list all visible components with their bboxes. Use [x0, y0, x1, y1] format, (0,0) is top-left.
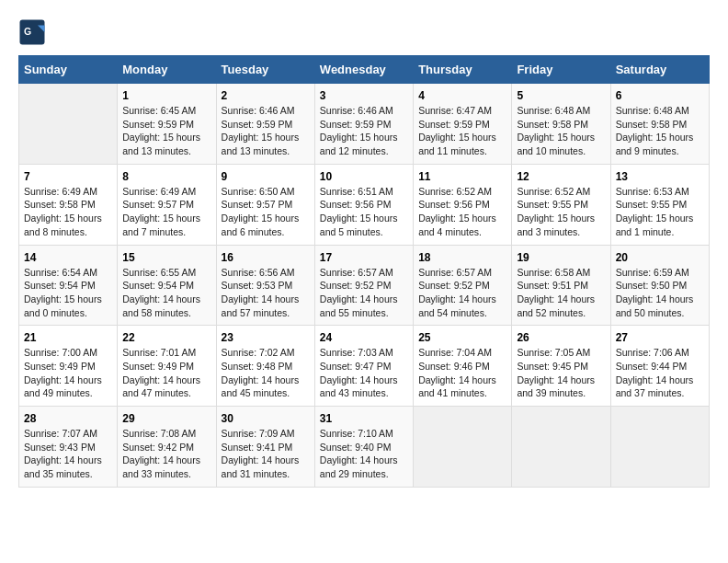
day-info: Sunrise: 6:54 AM Sunset: 9:54 PM Dayligh… [24, 266, 112, 320]
day-number: 1 [122, 89, 210, 102]
calendar-cell: 9Sunrise: 6:50 AM Sunset: 9:57 PM Daylig… [216, 164, 314, 245]
day-number: 16 [222, 251, 310, 264]
calendar-cell: 29Sunrise: 7:08 AM Sunset: 9:42 PM Dayli… [118, 407, 216, 488]
calendar-cell: 18Sunrise: 6:57 AM Sunset: 9:52 PM Dayli… [414, 245, 512, 326]
day-number: 12 [517, 170, 605, 183]
calendar-cell: 1Sunrise: 6:45 AM Sunset: 9:59 PM Daylig… [118, 84, 216, 165]
day-number: 5 [517, 89, 605, 102]
calendar-cell: 31Sunrise: 7:10 AM Sunset: 9:40 PM Dayli… [314, 407, 413, 488]
day-number: 2 [222, 89, 310, 102]
day-info: Sunrise: 7:03 AM Sunset: 9:47 PM Dayligh… [320, 346, 408, 400]
calendar-cell: 14Sunrise: 6:54 AM Sunset: 9:54 PM Dayli… [19, 245, 118, 326]
day-info: Sunrise: 6:50 AM Sunset: 9:57 PM Dayligh… [222, 185, 310, 239]
week-row-2: 7Sunrise: 6:49 AM Sunset: 9:58 PM Daylig… [19, 164, 710, 245]
calendar-cell: 20Sunrise: 6:59 AM Sunset: 9:50 PM Dayli… [610, 245, 709, 326]
calendar-table: SundayMondayTuesdayWednesdayThursdayFrid… [18, 55, 710, 488]
calendar-cell: 5Sunrise: 6:48 AM Sunset: 9:58 PM Daylig… [512, 84, 610, 165]
day-number: 29 [122, 412, 210, 425]
day-info: Sunrise: 7:05 AM Sunset: 9:45 PM Dayligh… [517, 346, 605, 400]
weekday-header-thursday: Thursday [414, 56, 512, 84]
calendar-cell: 26Sunrise: 7:05 AM Sunset: 9:45 PM Dayli… [512, 326, 610, 407]
day-number: 26 [517, 331, 605, 344]
calendar-cell: 24Sunrise: 7:03 AM Sunset: 9:47 PM Dayli… [314, 326, 413, 407]
day-number: 14 [24, 251, 112, 264]
day-info: Sunrise: 6:53 AM Sunset: 9:55 PM Dayligh… [616, 185, 704, 239]
calendar-cell: 19Sunrise: 6:58 AM Sunset: 9:51 PM Dayli… [512, 245, 610, 326]
day-number: 23 [222, 331, 310, 344]
week-row-5: 28Sunrise: 7:07 AM Sunset: 9:43 PM Dayli… [19, 407, 710, 488]
week-row-3: 14Sunrise: 6:54 AM Sunset: 9:54 PM Dayli… [19, 245, 710, 326]
day-info: Sunrise: 6:48 AM Sunset: 9:58 PM Dayligh… [616, 104, 704, 158]
calendar-cell: 2Sunrise: 6:46 AM Sunset: 9:59 PM Daylig… [216, 84, 314, 165]
day-number: 28 [24, 412, 112, 425]
calendar-cell [512, 407, 610, 488]
calendar-cell: 10Sunrise: 6:51 AM Sunset: 9:56 PM Dayli… [314, 164, 413, 245]
day-info: Sunrise: 7:04 AM Sunset: 9:46 PM Dayligh… [418, 346, 506, 400]
calendar-cell: 3Sunrise: 6:46 AM Sunset: 9:59 PM Daylig… [314, 84, 413, 165]
calendar-cell: 22Sunrise: 7:01 AM Sunset: 9:49 PM Dayli… [118, 326, 216, 407]
day-number: 30 [222, 412, 310, 425]
calendar-cell: 15Sunrise: 6:55 AM Sunset: 9:54 PM Dayli… [118, 245, 216, 326]
day-info: Sunrise: 7:10 AM Sunset: 9:40 PM Dayligh… [320, 427, 408, 481]
day-number: 19 [517, 251, 605, 264]
day-number: 7 [24, 170, 112, 183]
day-info: Sunrise: 6:52 AM Sunset: 9:56 PM Dayligh… [418, 185, 506, 239]
day-info: Sunrise: 7:02 AM Sunset: 9:48 PM Dayligh… [222, 346, 310, 400]
logo-icon: G [18, 18, 46, 46]
week-row-1: 1Sunrise: 6:45 AM Sunset: 9:59 PM Daylig… [19, 84, 710, 165]
calendar-cell [610, 407, 709, 488]
day-info: Sunrise: 6:58 AM Sunset: 9:51 PM Dayligh… [517, 266, 605, 320]
calendar-cell: 23Sunrise: 7:02 AM Sunset: 9:48 PM Dayli… [216, 326, 314, 407]
weekday-header-saturday: Saturday [610, 56, 709, 84]
calendar-cell: 4Sunrise: 6:47 AM Sunset: 9:59 PM Daylig… [414, 84, 512, 165]
day-info: Sunrise: 6:56 AM Sunset: 9:53 PM Dayligh… [222, 266, 310, 320]
day-info: Sunrise: 7:08 AM Sunset: 9:42 PM Dayligh… [122, 427, 210, 481]
day-info: Sunrise: 7:01 AM Sunset: 9:49 PM Dayligh… [122, 346, 210, 400]
day-info: Sunrise: 6:59 AM Sunset: 9:50 PM Dayligh… [616, 266, 704, 320]
day-number: 3 [320, 89, 408, 102]
calendar-cell: 25Sunrise: 7:04 AM Sunset: 9:46 PM Dayli… [414, 326, 512, 407]
day-info: Sunrise: 6:57 AM Sunset: 9:52 PM Dayligh… [418, 266, 506, 320]
day-info: Sunrise: 6:45 AM Sunset: 9:59 PM Dayligh… [122, 104, 210, 158]
day-number: 24 [320, 331, 408, 344]
day-info: Sunrise: 6:57 AM Sunset: 9:52 PM Dayligh… [320, 266, 408, 320]
calendar-cell: 16Sunrise: 6:56 AM Sunset: 9:53 PM Dayli… [216, 245, 314, 326]
calendar-cell: 12Sunrise: 6:52 AM Sunset: 9:55 PM Dayli… [512, 164, 610, 245]
calendar-cell: 21Sunrise: 7:00 AM Sunset: 9:49 PM Dayli… [19, 326, 118, 407]
week-row-4: 21Sunrise: 7:00 AM Sunset: 9:49 PM Dayli… [19, 326, 710, 407]
calendar-cell: 27Sunrise: 7:06 AM Sunset: 9:44 PM Dayli… [610, 326, 709, 407]
calendar-cell: 30Sunrise: 7:09 AM Sunset: 9:41 PM Dayli… [216, 407, 314, 488]
day-info: Sunrise: 7:09 AM Sunset: 9:41 PM Dayligh… [222, 427, 310, 481]
day-info: Sunrise: 6:52 AM Sunset: 9:55 PM Dayligh… [517, 185, 605, 239]
day-info: Sunrise: 6:51 AM Sunset: 9:56 PM Dayligh… [320, 185, 408, 239]
day-number: 25 [418, 331, 506, 344]
day-number: 4 [418, 89, 506, 102]
header-row: SundayMondayTuesdayWednesdayThursdayFrid… [19, 56, 710, 84]
day-number: 21 [24, 331, 112, 344]
day-info: Sunrise: 7:07 AM Sunset: 9:43 PM Dayligh… [24, 427, 112, 481]
weekday-header-friday: Friday [512, 56, 610, 84]
calendar-cell: 7Sunrise: 6:49 AM Sunset: 9:58 PM Daylig… [19, 164, 118, 245]
day-number: 31 [320, 412, 408, 425]
day-info: Sunrise: 6:46 AM Sunset: 9:59 PM Dayligh… [222, 104, 310, 158]
calendar-cell: 6Sunrise: 6:48 AM Sunset: 9:58 PM Daylig… [610, 84, 709, 165]
calendar-cell: 17Sunrise: 6:57 AM Sunset: 9:52 PM Dayli… [314, 245, 413, 326]
page-header: G [18, 18, 710, 46]
day-number: 6 [616, 89, 704, 102]
day-number: 8 [122, 170, 210, 183]
day-info: Sunrise: 7:00 AM Sunset: 9:49 PM Dayligh… [24, 346, 112, 400]
calendar-cell [414, 407, 512, 488]
day-number: 18 [418, 251, 506, 264]
day-number: 13 [616, 170, 704, 183]
day-number: 9 [222, 170, 310, 183]
day-info: Sunrise: 7:06 AM Sunset: 9:44 PM Dayligh… [616, 346, 704, 400]
weekday-header-tuesday: Tuesday [216, 56, 314, 84]
calendar-cell: 11Sunrise: 6:52 AM Sunset: 9:56 PM Dayli… [414, 164, 512, 245]
logo: G [18, 18, 48, 46]
day-info: Sunrise: 6:46 AM Sunset: 9:59 PM Dayligh… [320, 104, 408, 158]
calendar-cell [19, 84, 118, 165]
day-number: 27 [616, 331, 704, 344]
calendar-cell: 13Sunrise: 6:53 AM Sunset: 9:55 PM Dayli… [610, 164, 709, 245]
day-number: 17 [320, 251, 408, 264]
day-number: 11 [418, 170, 506, 183]
